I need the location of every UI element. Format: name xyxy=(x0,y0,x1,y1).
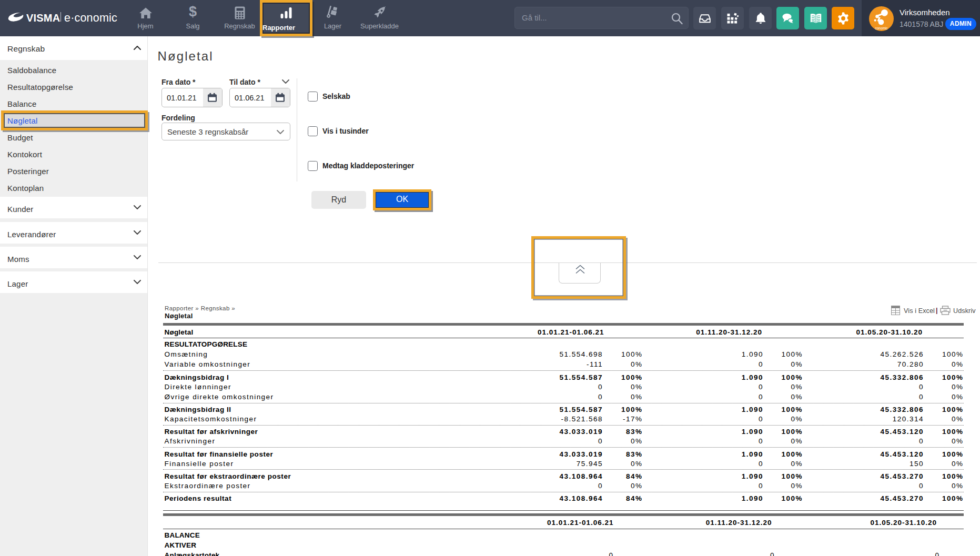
svg-text:conomic: conomic xyxy=(875,26,888,30)
